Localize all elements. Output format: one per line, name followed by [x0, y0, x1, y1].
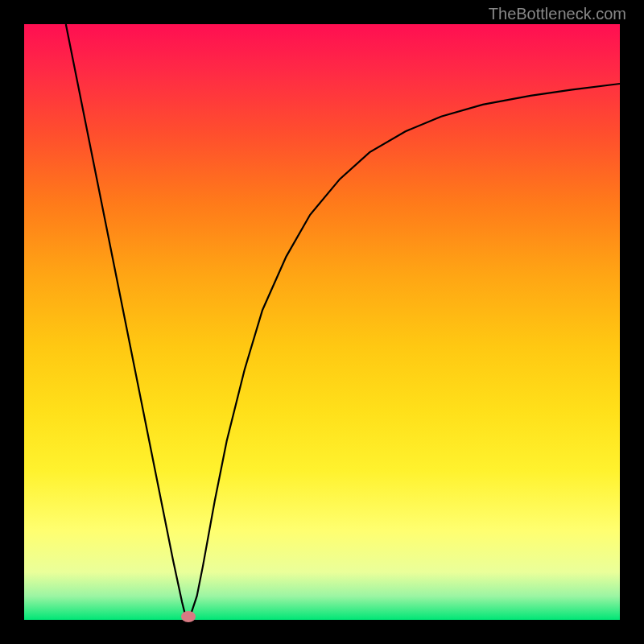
chart-svg [24, 24, 620, 620]
attribution-text: TheBottleneck.com [489, 5, 626, 23]
chart-plot-area [24, 24, 620, 620]
chart-curve [66, 24, 620, 617]
minimum-marker [181, 611, 196, 622]
